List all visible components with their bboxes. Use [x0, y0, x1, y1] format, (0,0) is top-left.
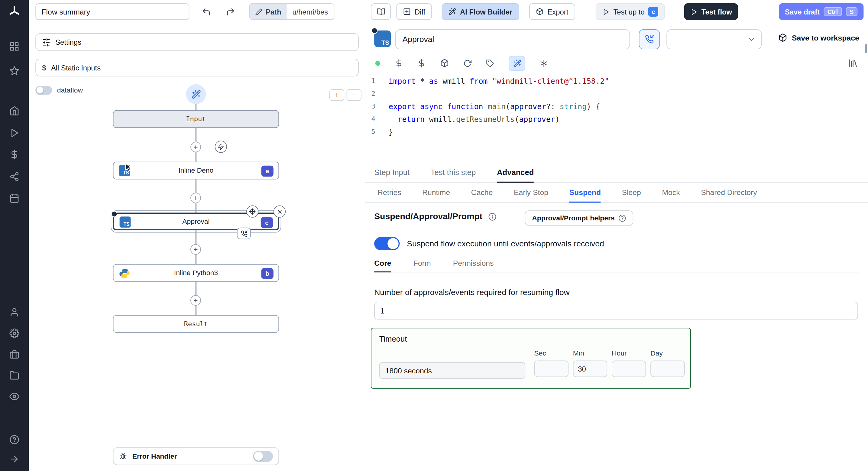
add-step-button[interactable]: + — [190, 193, 201, 203]
tab-retries[interactable]: Retries — [377, 188, 401, 203]
ai-assistant-icon[interactable] — [509, 56, 525, 70]
input-node[interactable]: Input — [113, 110, 279, 128]
resources-icon[interactable] — [9, 172, 19, 182]
code-line[interactable]: 2 — [365, 87, 864, 100]
move-step-button[interactable] — [246, 206, 258, 218]
zoom-out-button[interactable]: − — [347, 89, 362, 101]
code-line[interactable]: 1import * as wmill from "windmill-client… — [365, 74, 864, 87]
approvals-count-input[interactable] — [374, 302, 858, 320]
asterisk-icon[interactable] — [540, 59, 548, 67]
subtab-core[interactable]: Core — [374, 259, 391, 272]
line-number: 3 — [365, 102, 380, 110]
kbd-s: S — [846, 7, 858, 16]
undo-button[interactable] — [198, 3, 214, 20]
zoom-in-button[interactable]: + — [330, 89, 344, 101]
ai-flow-builder-button[interactable]: AI Flow Builder — [442, 3, 519, 20]
flow-summary-input[interactable] — [35, 3, 189, 20]
tab-cache[interactable]: Cache — [471, 188, 493, 203]
wand-icon — [191, 89, 201, 99]
save-to-workspace-button[interactable]: Save to workspace — [779, 33, 859, 42]
line-number: 1 — [365, 77, 380, 85]
apps-icon[interactable] — [9, 41, 19, 51]
ai-builder-graph-button[interactable] — [186, 84, 206, 104]
timeout-day-input[interactable] — [650, 360, 685, 377]
workers-icon[interactable] — [9, 350, 19, 359]
tab-step-input[interactable]: Step Input — [374, 168, 409, 183]
redo-button[interactable] — [222, 3, 238, 20]
timeout-sec-input[interactable] — [534, 360, 569, 377]
flow-settings-button[interactable]: Settings — [35, 33, 359, 51]
delete-step-button[interactable] — [274, 206, 286, 218]
subtab-form[interactable]: Form — [413, 259, 431, 272]
result-node[interactable]: Result — [113, 315, 279, 333]
code-line[interactable]: 3export async function main(approver?: s… — [365, 100, 864, 113]
export-label: Export — [547, 7, 568, 16]
save-draft-button[interactable]: Save draft Ctrl S — [779, 3, 864, 20]
tab-advanced[interactable]: Advanced — [497, 168, 534, 183]
add-step-button[interactable]: + — [190, 244, 201, 255]
tab-mock[interactable]: Mock — [662, 188, 680, 203]
variables-icon[interactable] — [9, 150, 19, 159]
step-node-a[interactable]: TS Inline Deno a — [113, 162, 279, 180]
package-icon[interactable] — [440, 59, 449, 67]
suspend-enabled-toggle[interactable] — [374, 237, 400, 250]
code-text: export async function main(approver?: st… — [380, 101, 600, 110]
timeout-min-input[interactable] — [573, 360, 608, 377]
timeout-total-input[interactable] — [379, 362, 526, 379]
info-icon[interactable] — [488, 212, 496, 220]
tab-sleep[interactable]: Sleep — [622, 188, 641, 203]
reload-icon[interactable] — [463, 59, 471, 67]
tab-test-this-step[interactable]: Test this step — [431, 168, 476, 183]
code-text: return wmill.getResumeUrls(approver) — [380, 114, 559, 123]
tab-early-stop[interactable]: Early Stop — [514, 188, 548, 203]
path-edit-button[interactable]: Path — [250, 4, 287, 19]
docs-button[interactable] — [371, 3, 391, 20]
suspend-subtabs: CoreFormPermissions — [374, 256, 859, 272]
home-icon[interactable] — [9, 106, 19, 116]
tab-runtime[interactable]: Runtime — [422, 188, 450, 203]
favorites-star-icon[interactable] — [9, 66, 19, 76]
trigger-bolt-button[interactable] — [215, 141, 227, 153]
users-icon[interactable] — [9, 307, 19, 317]
subtab-permissions[interactable]: Permissions — [453, 259, 494, 272]
schedules-icon[interactable] — [9, 193, 19, 203]
diff-button[interactable]: Diff — [396, 3, 432, 20]
timeout-unit-label: Sec — [534, 350, 569, 357]
help-icon[interactable] — [9, 435, 19, 445]
line-number: 2 — [365, 89, 380, 97]
approval-prompt-helpers-button[interactable]: Approval/Prompt helpers — [525, 210, 633, 226]
variables-tool-icon[interactable] — [395, 59, 403, 67]
test-flow-button[interactable]: Test flow — [684, 3, 738, 20]
error-handler-row[interactable]: Error Handler — [113, 447, 279, 465]
all-static-inputs-button[interactable]: $ All Static Inputs — [35, 59, 359, 77]
code-line[interactable]: 4 return wmill.getResumeUrls(approver) — [365, 113, 864, 125]
step-node-b[interactable]: Inline Python3 b — [113, 264, 279, 282]
dataflow-toggle-row: dataflow — [35, 86, 83, 95]
toggle-knob — [254, 452, 263, 461]
expand-sidebar-icon[interactable] — [9, 454, 19, 464]
export-button[interactable]: Export — [529, 3, 575, 20]
dataflow-toggle[interactable] — [35, 86, 52, 95]
add-step-button[interactable]: + — [190, 142, 201, 152]
suspend-toggle-button[interactable] — [639, 29, 660, 49]
error-handler-toggle[interactable] — [253, 451, 273, 462]
audit-logs-icon[interactable] — [9, 391, 19, 402]
tag-icon[interactable] — [486, 59, 494, 67]
timeout-hour-input[interactable] — [612, 360, 646, 377]
bug-icon — [119, 452, 127, 461]
code-line[interactable]: 5} — [365, 125, 864, 138]
folders-icon[interactable] — [9, 370, 19, 380]
settings-gear-icon[interactable] — [9, 328, 19, 338]
runs-icon[interactable] — [9, 128, 19, 138]
step-name-input[interactable] — [395, 29, 630, 49]
test-up-to-button[interactable]: Test up to c — [596, 3, 665, 20]
script-select-dropdown[interactable] — [666, 29, 762, 49]
path-control[interactable]: Path u/henri/bes — [249, 3, 334, 20]
tab-suspend[interactable]: Suspend — [569, 188, 601, 203]
tab-shared-directory[interactable]: Shared Directory — [701, 188, 757, 203]
suspend-approval-badge[interactable] — [237, 228, 251, 239]
code-editor[interactable]: 1import * as wmill from "windmill-client… — [365, 74, 864, 138]
add-step-button[interactable]: + — [190, 295, 201, 306]
resources-tool-icon[interactable] — [417, 59, 426, 67]
library-icon[interactable] — [848, 58, 858, 68]
